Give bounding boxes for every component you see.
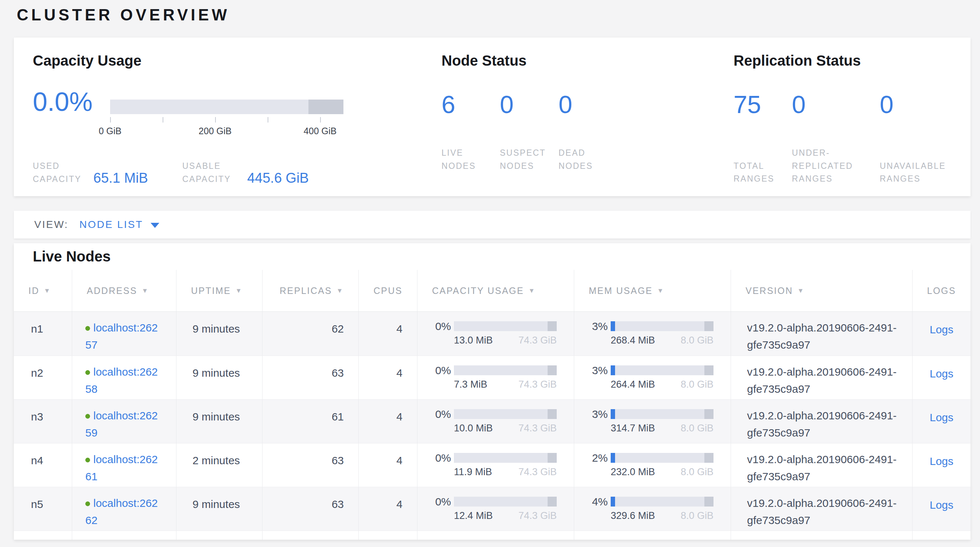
address-link[interactable]: localhost:26262: [85, 495, 162, 529]
capacity-cell: 0%13.0 MiB74.3 GiB: [417, 312, 574, 356]
column-header-capacity-usage[interactable]: CAPACITY USAGE▼: [417, 270, 574, 312]
view-dropdown[interactable]: NODE LIST: [80, 219, 159, 231]
usage-bar-fill: [611, 366, 615, 375]
capacity-usage: 0%13.0 MiB74.3 GiB: [417, 319, 574, 346]
logs-cell: Logs: [912, 400, 970, 443]
usage-percent: 0%: [417, 319, 454, 346]
axis-tick: [267, 117, 268, 122]
column-header-logs: LOGS: [912, 270, 970, 312]
stat-label-under-replicated-ranges: UNDER-REPLICATED RANGES: [792, 146, 869, 186]
usage-bar-reserved: [705, 321, 713, 331]
logs-link[interactable]: Logs: [930, 367, 953, 380]
logs-link[interactable]: Logs: [930, 455, 953, 467]
usage-used-value: 232.0 MiB: [611, 466, 655, 478]
empty-cell: [72, 531, 176, 540]
column-header-replicas[interactable]: REPLICAS▼: [262, 270, 358, 312]
usage-bar-fill: [611, 321, 615, 331]
stat-value-under-replicated-ranges: 0: [792, 92, 880, 146]
version-cell: v19.2.0-alpha.20190606-2491-gfe735c9a97: [730, 487, 912, 531]
table-header-row: ID▼ADDRESS▼UPTIME▼REPLICAS▼CPUSCAPACITY …: [14, 270, 970, 312]
usage-used-value: 10.0 MiB: [454, 423, 493, 434]
column-header-cpus: CPUS: [358, 270, 417, 312]
replication-status-stats: 7500TOTAL RANGESUNDER-REPLICATED RANGESU…: [733, 92, 967, 186]
address-text: localhost:26259: [85, 410, 158, 439]
usage-percent: 4%: [574, 495, 611, 522]
stat-value-unavailable-ranges: 0: [880, 92, 967, 146]
stat-value-dead-nodes: 0: [558, 92, 719, 146]
column-header-label: CAPACITY USAGE: [432, 286, 524, 296]
usage-used-value: 7.3 MiB: [454, 379, 487, 390]
usage-percent: 0%: [417, 407, 454, 434]
cluster-summary-panel: Capacity Usage 0.0% 0 GiB200 GiB400 GiB …: [14, 38, 970, 196]
capacity-usage-bar: [454, 497, 557, 507]
view-selected-value: NODE LIST: [80, 219, 143, 231]
usage-bar-fill: [611, 453, 615, 463]
mem-usage-bar: [611, 321, 713, 331]
stat-label-dead-nodes: DEAD NODES: [558, 146, 608, 172]
axis-tick: [110, 117, 111, 122]
logs-cell: Logs: [912, 356, 970, 399]
axis-tick: [162, 117, 163, 122]
capacity-usage-bar: [454, 321, 557, 331]
capacity-usage: 0%11.9 MiB74.3 GiB: [417, 451, 574, 478]
address-link[interactable]: localhost:26259: [85, 407, 162, 441]
capacity-stat-usable-capacity: USABLE CAPACITY445.6 GiB: [182, 160, 309, 186]
stat-value: 65.1 MiB: [93, 171, 148, 185]
usage-percent: 2%: [574, 451, 611, 478]
empty-cell: [14, 531, 72, 540]
column-header-label: REPLICAS: [280, 286, 332, 296]
usage-percent: 0%: [417, 451, 454, 478]
address-text: localhost:26262: [85, 497, 158, 526]
usage-bar-reserved: [705, 453, 713, 463]
usage-total-value: 74.3 GiB: [519, 510, 557, 522]
usage-total-value: 8.0 GiB: [681, 379, 713, 390]
table-body: n1localhost:262579 minutes6240%13.0 MiB7…: [14, 312, 970, 540]
logs-link[interactable]: Logs: [930, 411, 953, 424]
node-status-section: Node Status 600LIVE NODESSUSPECT NODESDE…: [442, 52, 719, 172]
column-header-id[interactable]: ID▼: [14, 270, 72, 312]
version-text: v19.2.0-alpha.20190606-2491-gfe735c9a97: [747, 451, 907, 485]
column-header-label: ID: [29, 286, 40, 296]
uptime-cell: 9 minutes: [176, 356, 262, 399]
empty-cell: [358, 531, 417, 540]
live-status-dot: [85, 501, 90, 506]
live-status-dot: [85, 414, 90, 419]
empty-cell: [730, 531, 912, 540]
node-id-cell: n5: [14, 487, 72, 531]
mem-cell: 3%314.7 MiB8.0 GiB: [574, 400, 730, 443]
usage-total-value: 8.0 GiB: [681, 466, 713, 478]
replicas-cell: 63: [262, 356, 358, 399]
address-link[interactable]: localhost:26258: [85, 363, 162, 398]
usage-total-value: 8.0 GiB: [681, 335, 713, 346]
column-header-uptime[interactable]: UPTIME▼: [176, 270, 262, 312]
address-link[interactable]: localhost:26257: [85, 319, 162, 353]
usage-total-value: 74.3 GiB: [519, 335, 557, 346]
replicas-cell: 63: [262, 444, 358, 487]
empty-cell: [176, 531, 262, 540]
column-header-label: VERSION: [746, 286, 793, 296]
capacity-cell: 0%12.4 MiB74.3 GiB: [417, 487, 574, 531]
address-link[interactable]: localhost:26261: [85, 451, 162, 485]
sort-arrow-icon: ▼: [235, 287, 242, 295]
chevron-down-icon: [151, 223, 159, 228]
sort-arrow-icon: ▼: [337, 287, 344, 295]
version-text: v19.2.0-alpha.20190606-2491-gfe735c9a97: [747, 363, 907, 398]
uptime-cell: 9 minutes: [176, 487, 262, 531]
usage-total-value: 74.3 GiB: [519, 466, 557, 478]
column-header-version[interactable]: VERSION▼: [730, 270, 912, 312]
live-status-dot: [85, 326, 90, 331]
mem-usage-bar: [611, 409, 713, 419]
sort-arrow-icon: ▼: [528, 287, 536, 295]
logs-link[interactable]: Logs: [930, 323, 953, 336]
column-header-address[interactable]: ADDRESS▼: [72, 270, 176, 312]
mem-cell: 3%264.4 MiB8.0 GiB: [574, 356, 730, 399]
logs-cell: Logs: [912, 444, 970, 487]
mem-usage-bar: [611, 453, 713, 463]
usage-total-value: 74.3 GiB: [519, 423, 557, 434]
axis-tick-label: 200 GiB: [199, 126, 232, 137]
version-cell: v19.2.0-alpha.20190606-2491-gfe735c9a97: [730, 312, 912, 356]
logs-link[interactable]: Logs: [930, 499, 953, 511]
logs-cell: Logs: [912, 487, 970, 531]
column-header-mem-usage[interactable]: MEM USAGE▼: [574, 270, 730, 312]
usage-percent: 0%: [417, 363, 454, 390]
